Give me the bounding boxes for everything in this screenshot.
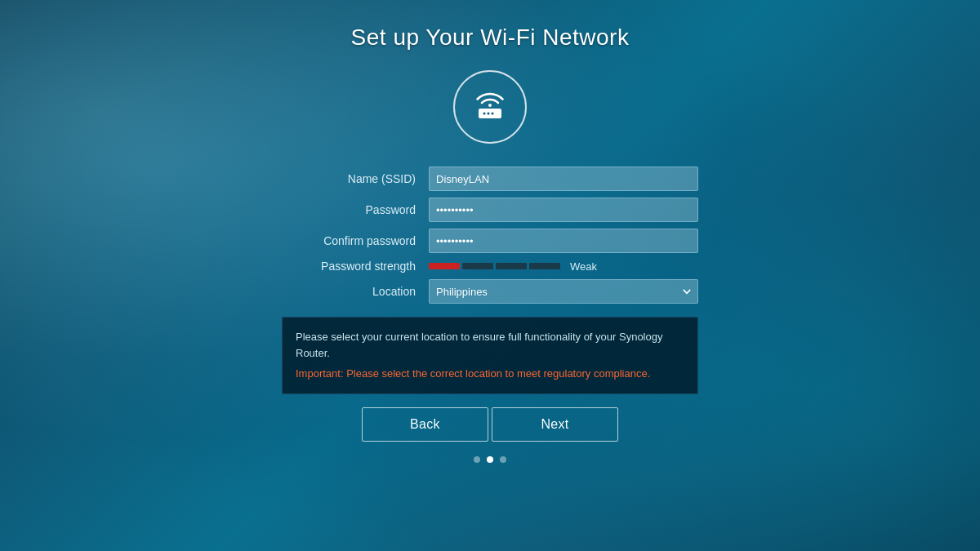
confirm-password-input[interactable] <box>429 229 698 253</box>
location-row: Location Philippines United States Japan… <box>282 279 698 304</box>
step-dot-2 <box>487 456 493 463</box>
svg-point-1 <box>488 104 492 107</box>
info-main-text: Please select your current location to e… <box>296 329 684 361</box>
password-strength-row: Password strength Weak <box>282 260 698 273</box>
wifi-setup-form: Name (SSID) Password Confirm password Pa… <box>282 167 698 310</box>
router-icon <box>469 86 511 128</box>
ssid-input[interactable] <box>429 167 698 191</box>
back-button[interactable]: Back <box>362 407 488 442</box>
info-warning-text: Important: Please select the correct loc… <box>296 366 684 382</box>
strength-bar-container: Weak <box>429 260 698 273</box>
strength-seg-3 <box>496 263 527 269</box>
confirm-password-row: Confirm password <box>282 229 698 253</box>
next-button[interactable]: Next <box>492 407 618 442</box>
ssid-label: Name (SSID) <box>282 172 429 185</box>
info-box: Please select your current location to e… <box>282 317 698 394</box>
step-dots <box>474 456 506 463</box>
password-row: Password <box>282 198 698 222</box>
step-dot-1 <box>474 456 480 463</box>
ssid-row: Name (SSID) <box>282 167 698 191</box>
password-strength-label: Password strength <box>282 260 429 273</box>
svg-point-4 <box>492 113 494 115</box>
strength-seg-4 <box>529 263 560 269</box>
svg-point-2 <box>483 113 486 115</box>
router-icon-circle <box>453 70 527 144</box>
password-input[interactable] <box>429 198 698 222</box>
confirm-password-label: Confirm password <box>282 234 429 247</box>
location-select[interactable]: Philippines United States Japan China Ge… <box>429 279 698 304</box>
location-select-wrapper: Philippines United States Japan China Ge… <box>429 279 698 304</box>
svg-point-3 <box>488 113 490 115</box>
strength-text: Weak <box>570 260 597 273</box>
location-label: Location <box>282 285 429 298</box>
strength-seg-1 <box>429 263 460 269</box>
strength-seg-2 <box>462 263 493 269</box>
button-row: Back Next <box>362 407 618 442</box>
svg-rect-0 <box>479 109 501 118</box>
password-label: Password <box>282 203 429 216</box>
strength-segments <box>429 263 560 269</box>
step-dot-3 <box>500 456 506 463</box>
page-title: Set up Your Wi-Fi Network <box>351 24 630 51</box>
